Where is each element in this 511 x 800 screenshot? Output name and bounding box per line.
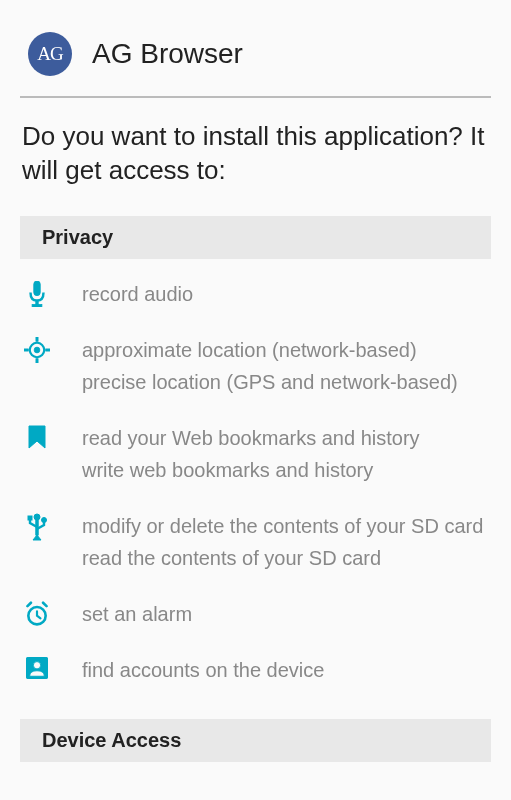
svg-point-12 — [42, 517, 47, 522]
install-prompt: Do you want to install this application?… — [0, 98, 511, 216]
usb-icon — [22, 511, 52, 541]
permission-text: set an alarm — [82, 599, 489, 631]
section-device-access-header: Device Access — [20, 719, 491, 762]
section-privacy-header: Privacy — [20, 216, 491, 259]
app-icon: AG — [28, 32, 72, 76]
permission-text: record audio — [82, 279, 489, 311]
permission-row: modify or delete the contents of your SD… — [0, 499, 511, 587]
permission-text: modify or delete the contents of your SD… — [82, 511, 489, 575]
svg-rect-11 — [28, 516, 32, 520]
app-header: AG AG Browser — [0, 0, 511, 96]
account-icon — [22, 655, 52, 679]
app-name: AG Browser — [92, 38, 243, 70]
svg-rect-5 — [36, 337, 38, 341]
permission-row: record audio — [0, 267, 511, 323]
svg-point-4 — [34, 347, 40, 353]
alarm-icon — [22, 599, 52, 627]
permission-text: approximate location (network-based) pre… — [82, 335, 489, 399]
permission-text: read your Web bookmarks and history writ… — [82, 423, 489, 487]
bookmark-icon — [22, 423, 52, 449]
svg-rect-2 — [32, 304, 42, 306]
svg-rect-0 — [34, 281, 41, 296]
svg-rect-6 — [36, 358, 38, 362]
microphone-icon — [22, 279, 52, 307]
permission-row: find accounts on the device — [0, 643, 511, 699]
permission-row: set an alarm — [0, 587, 511, 643]
permission-text: find accounts on the device — [82, 655, 489, 687]
permission-row: read your Web bookmarks and history writ… — [0, 411, 511, 499]
svg-rect-8 — [46, 349, 50, 351]
svg-rect-7 — [24, 349, 28, 351]
location-icon — [22, 335, 52, 363]
svg-point-15 — [33, 661, 40, 668]
permission-row: approximate location (network-based) pre… — [0, 323, 511, 411]
privacy-permissions-list: record audio approximate location (netwo… — [0, 259, 511, 707]
